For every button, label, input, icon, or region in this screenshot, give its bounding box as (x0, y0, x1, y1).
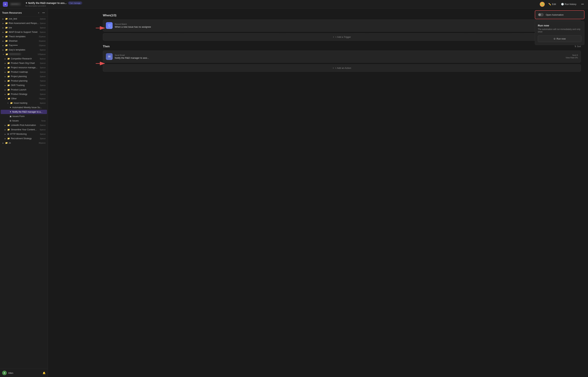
sidebar-item[interactable]: ▶📁Product Team Org Chart2piece (1, 61, 47, 65)
sidebar-item[interactable]: ▶📁Product Launch2piece (1, 88, 47, 92)
sidebar-item[interactable]: ⊞Issues5row (1, 119, 47, 123)
action-card[interactable]: ✉ Send Email Notify the R&D manager to a… (103, 50, 581, 63)
add-action-button[interactable]: + + Add an Action (103, 64, 581, 72)
trigger-icon: ▽ (106, 22, 113, 29)
sidebar-items-container: ▶📁zoe_test2piece▶📁Risk Assessment and Re… (0, 16, 48, 145)
chevron-icon: ▼ (2, 53, 4, 55)
folder-icon: 📁 (7, 128, 10, 131)
workspace-name[interactable]: ••••••••• • (10, 2, 21, 6)
chevron-icon: ▶ (5, 84, 6, 86)
sidebar-item[interactable]: ▶📁Project resource manage...3piece (1, 65, 47, 70)
sidebar-more-button[interactable]: ••• (42, 11, 46, 14)
grid-icon: ⊞ (7, 133, 9, 135)
sidebar-item[interactable]: ▶📁Thea's templates31piece (1, 35, 47, 39)
sidebar-item-label: Project planning (11, 75, 27, 78)
sidebar-item[interactable]: ▼📁•••••••••••••••133piece (1, 52, 47, 56)
sidebar-item[interactable]: ▶📁zoe_test2piece (1, 17, 47, 21)
action-info: Send Email Notify the R&D manager to ass… (115, 54, 564, 59)
sidebar-item[interactable]: ▶📁Recruitment Strategy3piece (1, 136, 47, 141)
sidebar-item[interactable]: ▶📁Project planning2piece (1, 74, 47, 79)
run-icon: ⊙ (553, 37, 555, 40)
chevron-icon: ▶ (5, 58, 6, 60)
automation-toggle[interactable] (538, 13, 544, 16)
sidebar-item[interactable]: ▶📁OKR Tracking2piece (1, 83, 47, 87)
item-count: 133piece (38, 53, 46, 55)
item-count: 4piece (40, 102, 46, 104)
sidebar-item-label: LinkedIn Post Automation (11, 124, 36, 126)
trigger-type: Record Match (115, 23, 578, 25)
folder-icon: 📁 (5, 22, 8, 24)
when-section-header: When(1/3) ⇅ Sort (103, 14, 581, 17)
sidebar-item-label: Competitor Research (11, 58, 32, 60)
sidebar-item-label: Issue tracking (14, 102, 27, 104)
sidebar-item-label: zx (9, 142, 11, 144)
item-count: 2piece (40, 18, 46, 20)
trigger-card[interactable]: ▽ Record Match When a new issue has no a… (103, 20, 581, 32)
sort-icon-then: ⇅ (575, 45, 576, 48)
add-trigger-button[interactable]: + + Add a Trigger (103, 33, 581, 41)
sidebar-item-label: Project resource manage... (11, 66, 37, 69)
action-description: Notify the R&D manager to assi... (115, 57, 564, 59)
sidebar-item[interactable]: ▶📁lzw3piece (1, 25, 47, 30)
sidebar-item[interactable]: ▶📁Product planning7piece (1, 79, 47, 83)
item-count: 2piece (40, 22, 46, 24)
folder-icon: 📁 (5, 26, 8, 29)
folder-icon: 📁 (5, 44, 8, 47)
item-count: 86piece (39, 142, 46, 144)
run-now-card: Run now The automation will run immediat… (535, 21, 585, 45)
sidebar-item[interactable]: ▶📁Streamline Your Content...6piece (1, 128, 47, 132)
sidebar-item-label: Notify the R&D manager to a... (12, 111, 42, 113)
open-automation-label: Open Automation (546, 13, 564, 16)
chevron-icon: ▶ (5, 124, 6, 126)
run-now-button[interactable]: ⊙ Run now (538, 35, 581, 42)
sidebar-item[interactable]: ▶📁Product roadmap2piece (1, 70, 47, 74)
sidebar-item[interactable]: ▶📁Risk Assessment and Respo...2piece (1, 21, 47, 25)
run-now-description: The automation will run immediately and … (538, 28, 581, 33)
sidebar-item[interactable]: ▼📁Issue tracking4piece (1, 101, 47, 105)
edit-button[interactable]: ✏️ Edit (547, 2, 557, 6)
sidebar-item-label: Product Strategy (11, 93, 27, 95)
sidebar-item[interactable]: ✦Automated Weekly Issue Su... (1, 105, 47, 110)
folder-icon: 📁 (7, 58, 10, 60)
sidebar-item-label: HTTP Monitoring (10, 133, 27, 135)
item-count: 2piece (40, 62, 46, 64)
item-count: 3piece (40, 137, 46, 140)
sidebar-add-button[interactable]: + (37, 11, 40, 14)
sidebar-item[interactable]: ▶📁zx86piece (1, 141, 47, 145)
folder-icon: 📁 (7, 66, 10, 69)
more-button[interactable]: ••• (580, 2, 585, 6)
history-icon: 🕐 (561, 3, 564, 5)
folder-icon: 📁 (7, 84, 10, 86)
item-count: 5piece (40, 31, 46, 33)
sidebar-item[interactable]: ▶📁IMAP Email to Support Ticket5piece (1, 30, 47, 34)
sidebar-item[interactable]: ▣Issues Form (1, 114, 47, 118)
chevron-icon: ▶ (2, 45, 4, 47)
folder-icon: 📁 (5, 31, 8, 33)
sidebar-item-label: lzw (9, 26, 12, 29)
chevron-icon: ▶ (2, 40, 4, 42)
view-rate-stat: View Rate 0% (566, 57, 578, 59)
chevron-icon: ▶ (2, 36, 4, 38)
folder-icon: 📁 (7, 93, 10, 95)
user-name: Allen (8, 372, 13, 374)
sidebar-item[interactable]: ▶📁Product Strategy2piece (1, 92, 47, 96)
sidebar-item[interactable]: ▶⊞HTTP Monitoring3piece (1, 132, 47, 136)
sidebar-item-label: Issues (12, 119, 19, 122)
sidebar-item[interactable]: ▶📁Trac••••••15piece (1, 43, 47, 47)
app-logo: ✦ (3, 2, 8, 7)
chevron-icon: ▶ (5, 67, 6, 69)
sidebar-item[interactable]: ▶📁Competitor Research8piece (1, 57, 47, 61)
sidebar-item[interactable]: ▶📁Gary's templates5piece (1, 48, 47, 52)
sidebar-item[interactable]: ▼📁Other74piece (1, 96, 47, 101)
sidebar-item[interactable]: ▶📁Sheehan31piece (1, 39, 47, 43)
sidebar-item[interactable]: ✦Notify the R&D manager to a... (1, 110, 47, 114)
sidebar-item-label: Other (11, 97, 17, 100)
then-sort-button[interactable]: ⇅ Sort (575, 45, 581, 48)
sidebar-item[interactable]: ▶📁LinkedIn Post Automation2piece (1, 123, 47, 127)
topbar-separator: · (23, 3, 24, 5)
sent-stat: Sent 0 (566, 54, 578, 56)
bell-icon[interactable]: 🔔 (43, 372, 46, 374)
folder-icon: 📁 (5, 48, 8, 51)
open-automation-card[interactable]: Open Automation (535, 10, 585, 19)
run-history-button[interactable]: 🕐 Run history (560, 2, 578, 6)
